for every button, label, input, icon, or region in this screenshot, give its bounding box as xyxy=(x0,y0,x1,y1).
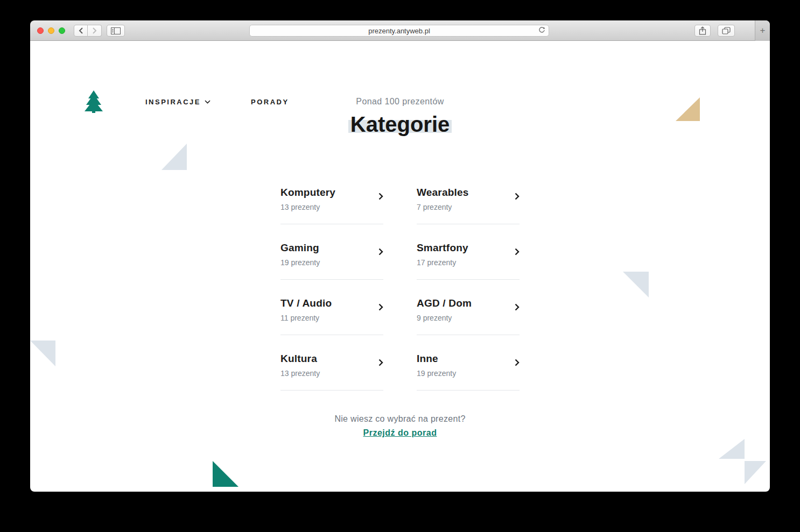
category-item-tv-audio[interactable]: TV / Audio 11 prezenty xyxy=(280,296,383,335)
category-item-inne[interactable]: Inne 19 prezenty xyxy=(417,352,520,391)
category-count: 17 prezenty xyxy=(417,257,520,268)
share-icon xyxy=(699,26,706,35)
sidebar-icon xyxy=(111,27,121,34)
category-item-smartfony[interactable]: Smartfony 17 prezenty xyxy=(417,241,520,280)
hero-eyebrow: Ponad 100 prezentów xyxy=(30,97,770,107)
chevron-right-icon xyxy=(378,193,383,202)
minimize-window-button[interactable] xyxy=(48,27,54,34)
decorative-triangle-teal xyxy=(213,461,238,487)
chevron-right-icon xyxy=(378,248,383,258)
category-item-gaming[interactable]: Gaming 19 prezenty xyxy=(280,241,383,280)
chevron-right-icon xyxy=(515,303,520,313)
category-count: 19 prezenty xyxy=(280,257,383,268)
close-window-button[interactable] xyxy=(37,27,44,34)
decorative-triangle-pinwheel-top xyxy=(719,439,745,459)
category-count: 11 prezenty xyxy=(280,313,383,323)
category-count: 9 prezenty xyxy=(417,313,520,323)
category-name: Smartfony xyxy=(417,241,520,255)
category-item-kultura[interactable]: Kultura 13 prezenty xyxy=(280,352,383,391)
category-name: Inne xyxy=(417,352,520,366)
category-item-agd-dom[interactable]: AGD / Dom 9 prezenty xyxy=(417,296,520,335)
decorative-triangle-pinwheel-bottom xyxy=(745,461,766,484)
decorative-triangle-blue-left xyxy=(162,144,187,170)
chevron-right-icon xyxy=(515,359,520,368)
back-button[interactable] xyxy=(74,25,88,37)
category-count: 7 prezenty xyxy=(417,202,520,212)
porady-link[interactable]: Przejdź do porad xyxy=(363,428,437,438)
decorative-triangle-blue-right xyxy=(623,272,649,297)
address-bar[interactable]: prezenty.antyweb.pl xyxy=(249,25,549,37)
forward-icon xyxy=(92,27,97,34)
reload-button[interactable] xyxy=(538,26,545,36)
page-content: INSPIRACJE PORADY Ponad 100 prezentów Ka… xyxy=(30,41,770,492)
share-button[interactable] xyxy=(694,25,711,37)
category-name: Gaming xyxy=(280,241,383,255)
category-count: 19 prezenty xyxy=(417,368,520,379)
new-tab-button[interactable]: + xyxy=(755,20,770,41)
category-item-komputery[interactable]: Komputery 13 prezenty xyxy=(280,186,383,224)
chevron-right-icon xyxy=(515,193,520,202)
decorative-triangle-blue-edge xyxy=(30,341,55,366)
page-footer: Nie wiesz co wybrać na prezent? Przejdź … xyxy=(30,414,770,438)
safari-window: prezenty.antyweb.pl xyxy=(30,20,770,492)
category-count: 13 prezenty xyxy=(280,202,383,212)
hero-section: Ponad 100 prezentów Kategorie xyxy=(30,97,770,137)
category-count: 13 prezenty xyxy=(280,368,383,379)
category-item-wearables[interactable]: Wearables 7 prezenty xyxy=(417,186,520,224)
tab-overview-icon xyxy=(722,27,731,34)
history-nav-group xyxy=(74,25,102,37)
chevron-right-icon xyxy=(515,248,520,258)
category-name: AGD / Dom xyxy=(417,296,520,310)
category-name: TV / Audio xyxy=(280,296,383,310)
sidebar-toggle-button[interactable] xyxy=(107,25,125,37)
page-title: Kategorie xyxy=(349,112,451,137)
url-text: prezenty.antyweb.pl xyxy=(368,27,430,35)
browser-toolbar: prezenty.antyweb.pl xyxy=(30,20,770,41)
back-icon xyxy=(79,27,83,34)
forward-button[interactable] xyxy=(88,25,102,37)
footer-question: Nie wiesz co wybrać na prezent? xyxy=(30,414,770,424)
tab-overview-button[interactable] xyxy=(718,25,735,37)
reload-icon xyxy=(538,26,545,34)
category-name: Kultura xyxy=(280,352,383,366)
chevron-right-icon xyxy=(378,359,383,368)
chevron-right-icon xyxy=(378,303,383,313)
plus-icon: + xyxy=(760,25,766,36)
zoom-window-button[interactable] xyxy=(59,27,65,34)
category-name: Komputery xyxy=(280,186,383,200)
category-name: Wearables xyxy=(417,186,520,200)
window-controls xyxy=(37,27,65,34)
desktop-background: prezenty.antyweb.pl xyxy=(0,0,800,532)
category-grid: Komputery 13 prezenty Wearables 7 prezen… xyxy=(280,186,520,391)
